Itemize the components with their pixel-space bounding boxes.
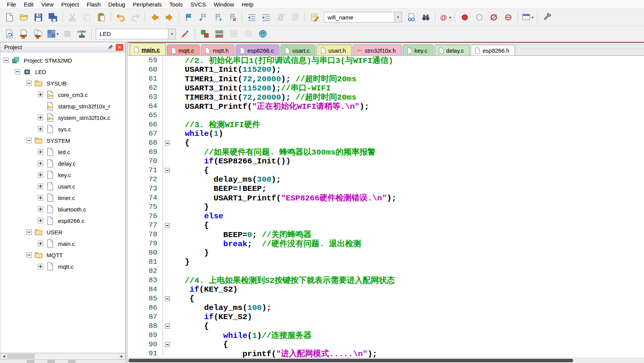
bookmark-next-button[interactable] [211, 11, 224, 24]
navigate-back-button[interactable] [148, 11, 161, 24]
bookmark-toggle-button[interactable] [182, 11, 195, 24]
unindent-button[interactable] [245, 11, 258, 24]
new-file-button[interactable] [2, 11, 16, 24]
tree-item-led-c[interactable]: led.c [0, 146, 125, 158]
bookmark-prev-button[interactable] [196, 11, 210, 24]
tree-horizontal-scrollbar[interactable]: ◀ ▶ [0, 353, 126, 360]
expand-icon[interactable] [38, 218, 43, 223]
tree-item-sys-c[interactable]: sys.c [0, 123, 125, 135]
scroll-left-arrow[interactable]: ◀ [0, 353, 7, 359]
expand-icon[interactable] [38, 241, 43, 246]
tree-item-main-c[interactable]: main.c [0, 238, 125, 249]
expand-icon[interactable] [38, 207, 43, 212]
incremental-find-button[interactable] [419, 11, 433, 24]
menu-debug[interactable]: Debug [105, 0, 129, 8]
bookmark-clear-button[interactable] [225, 11, 239, 24]
tree-item-syslib[interactable]: SYSLIB [0, 77, 125, 89]
chevron-down-icon[interactable]: ▾ [168, 29, 176, 39]
insert-breakpoint-button[interactable] [458, 11, 471, 24]
rebuild-button[interactable] [31, 27, 45, 40]
pack-installer-button[interactable] [256, 27, 270, 40]
tree-item-esp8266-c[interactable]: esp8266.c [0, 215, 125, 226]
expand-icon[interactable] [38, 172, 43, 177]
tab-usart-c[interactable]: usart.c [281, 45, 315, 56]
tab-mqtt-h[interactable]: mqtt.h [201, 45, 234, 56]
books-button[interactable] [241, 27, 255, 40]
chevron-down-icon[interactable]: ▾ [394, 12, 402, 22]
options-for-target-button[interactable] [178, 27, 192, 40]
manage-project-items-button[interactable] [212, 27, 226, 40]
expand-icon[interactable] [38, 126, 43, 132]
tree-item-startup-stm32f10x-r[interactable]: startup_stm32f10x_r [0, 100, 125, 112]
menu-help[interactable]: Help [238, 0, 257, 8]
close-icon[interactable]: ✕ [116, 44, 123, 51]
tree-item-project-stm32md[interactable]: Project: STM32MD [0, 55, 125, 66]
collapse-icon[interactable] [3, 58, 9, 63]
tree-item-system[interactable]: SYSTEM [0, 135, 125, 146]
collapse-icon[interactable] [15, 69, 20, 74]
uncomment-selection-button[interactable] [288, 11, 302, 24]
scroll-right-arrow[interactable]: ▶ [118, 353, 125, 359]
redo-button[interactable] [128, 11, 142, 24]
tab-mqtt-c[interactable]: mqtt.c [167, 45, 200, 56]
menu-tools[interactable]: Tools [166, 0, 187, 8]
download-button[interactable]: LOAD [75, 27, 89, 40]
menu-window[interactable]: Window [210, 0, 238, 8]
stop-build-button[interactable] [60, 27, 74, 40]
tab-delay-c[interactable]: delay.c [434, 45, 470, 56]
tree-item-mqtt-c[interactable]: mqtt.c [0, 261, 125, 272]
tab-stm32f10x-h[interactable]: stm32f10x.h [353, 45, 402, 56]
expand-icon[interactable] [38, 195, 43, 200]
translate-button[interactable] [2, 27, 16, 40]
chevron-down-icon[interactable]: ▾ [56, 32, 58, 36]
menu-view[interactable]: View [37, 0, 57, 8]
tab-usart-h[interactable]: usart.h [316, 45, 352, 56]
batch-build-button[interactable]: ▾ [46, 27, 60, 40]
tree-item-core-cm3-c[interactable]: core_cm3.c [0, 89, 125, 100]
comment-selection-button[interactable] [274, 11, 287, 24]
tab-esp8266-h[interactable]: esp8266.h [471, 45, 515, 56]
fold-collapse-icon[interactable] [165, 223, 170, 228]
open-file-button[interactable] [17, 11, 31, 24]
tree-item-user[interactable]: USER [0, 226, 125, 238]
editor-horizontal-scrollbar[interactable] [128, 358, 644, 363]
fold-collapse-icon[interactable] [165, 168, 170, 173]
menu-svcs[interactable]: SVCS [187, 0, 210, 8]
menu-peripherals[interactable]: Peripherals [129, 0, 166, 8]
disable-all-breakpoints-button[interactable] [501, 11, 515, 24]
save-all-button[interactable] [46, 11, 60, 24]
expand-icon[interactable] [38, 264, 43, 269]
expand-icon[interactable] [38, 92, 43, 97]
copy-button[interactable] [80, 11, 94, 24]
tree-item-timer-c[interactable]: timer.c [0, 192, 125, 203]
edit-find-button[interactable] [308, 11, 321, 24]
collapse-icon[interactable] [26, 252, 32, 258]
menu-file[interactable]: File [3, 0, 20, 8]
fold-collapse-icon[interactable] [165, 324, 170, 329]
find-in-files-button[interactable] [404, 11, 418, 24]
indent-button[interactable] [259, 11, 273, 24]
tree-item-bluetooth-c[interactable]: bluetooth.c [0, 203, 125, 215]
tree-item-system-stm32f10x-c[interactable]: system_stm32f10x.c [0, 112, 125, 123]
chevron-down-icon[interactable]: ▾ [449, 15, 451, 19]
expand-icon[interactable] [38, 161, 43, 166]
tab-main-c[interactable]: main.c [130, 43, 166, 56]
tree-item-mqtt[interactable]: MQTT [0, 249, 125, 261]
fold-collapse-icon[interactable] [165, 342, 170, 347]
scroll-thumb[interactable] [8, 354, 34, 358]
scroll-thumb[interactable] [129, 359, 573, 362]
code-editor[interactable]: 59//2. 初始化串口1(打印调试信息)与串口3(与WIFI通信)60USAR… [128, 56, 644, 358]
navigate-forward-button[interactable] [162, 11, 176, 24]
paste-button[interactable] [94, 11, 108, 24]
cut-button[interactable] [65, 11, 79, 24]
menu-flash[interactable]: Flash [83, 0, 105, 8]
expand-icon[interactable] [38, 149, 43, 155]
tree-item-key-c[interactable]: key.c [0, 169, 125, 181]
expand-icon[interactable] [38, 184, 43, 189]
build-button[interactable] [17, 27, 31, 40]
tree-item-led[interactable]: LED [0, 66, 125, 77]
expand-icon[interactable] [38, 115, 43, 120]
chevron-down-icon[interactable]: ▾ [531, 15, 533, 19]
menu-edit[interactable]: Edit [20, 0, 37, 8]
debug-windows-button[interactable]: ▾ [521, 11, 534, 24]
